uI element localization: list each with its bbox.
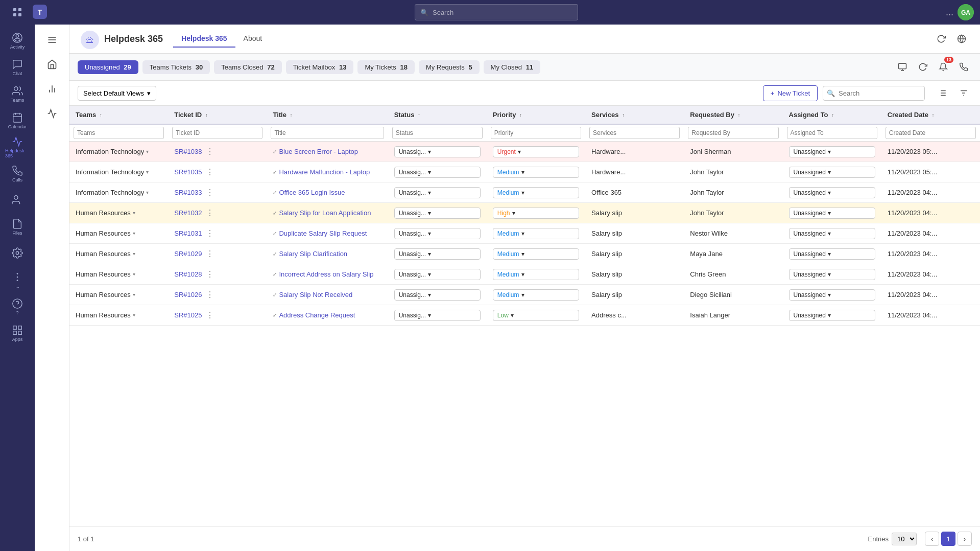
tab-teams-tickets[interactable]: Teams Tickets 30 bbox=[142, 60, 210, 74]
notifications-icon[interactable]: 13 bbox=[935, 59, 951, 75]
expand-icon-0[interactable]: ⤢ bbox=[273, 149, 277, 154]
status-select-1[interactable]: Unassig... ▾ bbox=[394, 167, 481, 178]
tab-my-requests[interactable]: My Requests 5 bbox=[419, 60, 480, 74]
team-select-6[interactable]: Human Resources ▾ bbox=[76, 270, 162, 278]
team-select-7[interactable]: Human Resources ▾ bbox=[76, 291, 162, 299]
filter-icon[interactable] bbox=[955, 85, 972, 101]
priority-select-3[interactable]: High ▾ bbox=[493, 208, 579, 219]
status-select-0[interactable]: Unassig... ▾ bbox=[394, 146, 481, 157]
next-page-button[interactable]: › bbox=[958, 532, 972, 546]
col-teams[interactable]: Teams ↑ bbox=[69, 106, 168, 124]
tab-my-closed[interactable]: My Closed 11 bbox=[484, 60, 541, 74]
view-toggle-icon[interactable] bbox=[934, 85, 950, 101]
team-select-5[interactable]: Human Resources ▾ bbox=[76, 250, 162, 258]
expand-icon-6[interactable]: ⤢ bbox=[273, 271, 277, 277]
status-select-6[interactable]: Unassig... ▾ bbox=[394, 269, 481, 280]
assigned-select-5[interactable]: Unassigned ▾ bbox=[789, 248, 875, 260]
sidebar-item-more[interactable]: ... bbox=[5, 268, 30, 292]
status-select-4[interactable]: Unassig... ▾ bbox=[394, 228, 481, 239]
tab-teams-closed[interactable]: Teams Closed 72 bbox=[214, 60, 281, 74]
filter-title[interactable] bbox=[271, 127, 384, 139]
team-select-2[interactable]: Information Technology ▾ bbox=[76, 189, 162, 196]
ticket-id-link-6[interactable]: SR#1028 bbox=[174, 270, 202, 278]
expand-icon-4[interactable]: ⤢ bbox=[273, 231, 277, 236]
expand-icon-7[interactable]: ⤢ bbox=[273, 292, 277, 297]
col-priority[interactable]: Priority ↑ bbox=[487, 106, 585, 124]
col-ticket-id[interactable]: Ticket ID ↑ bbox=[168, 106, 267, 124]
sidebar-item-chat[interactable]: Chat bbox=[5, 55, 30, 80]
global-search-bar[interactable]: 🔍 Search bbox=[415, 4, 578, 20]
more-options-icon[interactable]: ... bbox=[946, 7, 953, 18]
row-menu-icon-2[interactable]: ⋮ bbox=[204, 187, 216, 198]
ticket-id-link-2[interactable]: SR#1033 bbox=[174, 189, 202, 196]
sidebar-item-activity[interactable]: Activity bbox=[5, 29, 30, 53]
nav-tab-helpdesk[interactable]: Helpdesk 365 bbox=[173, 30, 235, 48]
phone-icon[interactable] bbox=[955, 59, 972, 75]
team-select-1[interactable]: Information Technology ▾ bbox=[76, 168, 162, 176]
new-ticket-button[interactable]: + New Ticket bbox=[763, 85, 818, 101]
priority-select-4[interactable]: Medium ▾ bbox=[493, 228, 579, 239]
team-select-8[interactable]: Human Resources ▾ bbox=[76, 311, 162, 319]
filter-assigned-to[interactable] bbox=[787, 127, 877, 139]
assigned-select-0[interactable]: Unassigned ▾ bbox=[789, 146, 875, 157]
title-link-0[interactable]: Blue Screen Error - Laptop bbox=[279, 148, 358, 155]
priority-select-2[interactable]: Medium ▾ bbox=[493, 187, 579, 198]
priority-select-7[interactable]: Medium ▾ bbox=[493, 289, 579, 301]
sidebar-item-help[interactable]: ? bbox=[5, 294, 30, 319]
title-link-2[interactable]: Office 365 Login Issue bbox=[279, 189, 345, 196]
sidebar-item-settings[interactable] bbox=[5, 241, 30, 266]
status-select-8[interactable]: Unassig... ▾ bbox=[394, 310, 481, 321]
sidebar-item-helpdesk[interactable]: Helpdesk 365 bbox=[5, 135, 30, 159]
ticket-id-link-1[interactable]: SR#1035 bbox=[174, 168, 202, 176]
status-select-5[interactable]: Unassig... ▾ bbox=[394, 248, 481, 260]
team-select-3[interactable]: Human Resources ▾ bbox=[76, 209, 162, 217]
ticket-id-link-4[interactable]: SR#1031 bbox=[174, 229, 202, 237]
toolbar-search-input[interactable] bbox=[823, 86, 925, 101]
assigned-select-4[interactable]: Unassigned ▾ bbox=[789, 228, 875, 239]
filter-services[interactable] bbox=[589, 127, 680, 139]
sidebar-item-calendar[interactable]: Calendar bbox=[5, 108, 30, 133]
row-menu-icon-3[interactable]: ⋮ bbox=[204, 207, 216, 219]
status-select-3[interactable]: Unassig... ▾ bbox=[394, 208, 481, 219]
tab-ticket-mailbox[interactable]: Ticket Mailbox 13 bbox=[286, 60, 354, 74]
nav-tab-about[interactable]: About bbox=[235, 30, 271, 48]
row-menu-icon-5[interactable]: ⋮ bbox=[204, 248, 216, 260]
filter-teams[interactable] bbox=[74, 127, 164, 139]
assigned-select-8[interactable]: Unassigned ▾ bbox=[789, 310, 875, 321]
assigned-select-7[interactable]: Unassigned ▾ bbox=[789, 289, 875, 301]
team-select-0[interactable]: Information Technology ▾ bbox=[76, 148, 162, 155]
sidebar-item-calls[interactable]: Calls bbox=[5, 162, 30, 186]
assigned-select-6[interactable]: Unassigned ▾ bbox=[789, 269, 875, 280]
sidebar-item-teams[interactable]: Teams bbox=[5, 82, 30, 106]
ticket-id-link-5[interactable]: SR#1029 bbox=[174, 250, 202, 258]
select-views-dropdown[interactable]: Select Default Views ▾ bbox=[78, 86, 156, 101]
entries-dropdown[interactable]: 10 25 50 bbox=[892, 533, 917, 545]
expand-icon-8[interactable]: ⤢ bbox=[273, 312, 277, 318]
ticket-id-link-7[interactable]: SR#1026 bbox=[174, 291, 202, 299]
row-menu-icon-4[interactable]: ⋮ bbox=[204, 227, 216, 239]
filter-requested-by[interactable] bbox=[688, 127, 778, 139]
title-link-3[interactable]: Salary Slip for Loan Application bbox=[279, 209, 371, 217]
title-link-4[interactable]: Duplicate Salary Slip Request bbox=[279, 229, 367, 237]
filter-ticket-id[interactable] bbox=[172, 127, 262, 139]
priority-select-6[interactable]: Medium ▾ bbox=[493, 269, 579, 280]
row-menu-icon-8[interactable]: ⋮ bbox=[204, 309, 216, 321]
title-link-7[interactable]: Salary Slip Not Received bbox=[279, 291, 352, 299]
priority-select-5[interactable]: Medium ▾ bbox=[493, 248, 579, 260]
ticket-id-link-3[interactable]: SR#1032 bbox=[174, 209, 202, 217]
sidebar-item-apps[interactable]: Apps bbox=[5, 321, 30, 346]
ticket-id-link-0[interactable]: SR#1038 bbox=[174, 148, 202, 155]
tab-my-tickets[interactable]: My Tickets 18 bbox=[357, 60, 415, 74]
row-menu-icon-0[interactable]: ⋮ bbox=[204, 146, 216, 157]
assigned-select-2[interactable]: Unassigned ▾ bbox=[789, 187, 875, 198]
refresh-icon[interactable] bbox=[915, 59, 931, 75]
user-avatar[interactable]: GA bbox=[958, 4, 974, 20]
filter-created-date[interactable] bbox=[886, 127, 976, 139]
row-menu-icon-1[interactable]: ⋮ bbox=[204, 166, 216, 178]
row-menu-icon-6[interactable]: ⋮ bbox=[204, 268, 216, 280]
secondary-activity-icon[interactable] bbox=[41, 102, 63, 125]
status-select-2[interactable]: Unassig... ▾ bbox=[394, 187, 481, 198]
filter-status[interactable] bbox=[392, 127, 483, 139]
header-refresh-icon[interactable] bbox=[933, 31, 949, 47]
secondary-home-icon[interactable] bbox=[41, 53, 63, 76]
